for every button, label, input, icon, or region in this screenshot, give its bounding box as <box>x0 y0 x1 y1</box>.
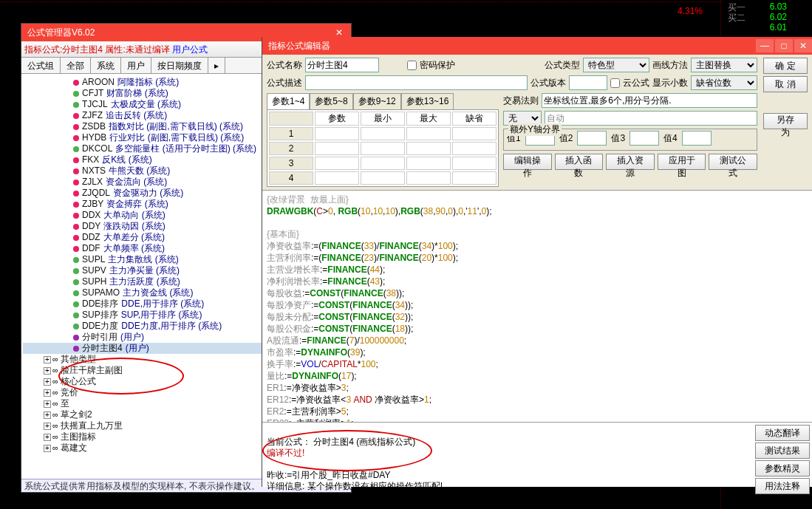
extra-y-group: 额外Y轴分界 值1 值2 值3 值4 <box>503 129 757 151</box>
formula-editor-window: 指标公式编辑器 — □ ✕ 公式名称 密码保护 公式类型 特色型 画线方法 主图… <box>262 37 812 487</box>
cloud-checkbox[interactable] <box>610 78 620 88</box>
save-as-button[interactable]: 另存为 <box>763 113 808 129</box>
side-column: 动态翻译 测试结果 参数精灵 用法注释 <box>753 423 812 496</box>
dyn-translate-button[interactable]: 动态翻译 <box>755 425 810 441</box>
test-formula-button[interactable]: 测试公式 <box>709 154 757 170</box>
pct-change: 4.31% <box>678 6 703 16</box>
edit-op-button[interactable]: 编辑操作 <box>503 154 552 170</box>
pwd-checkbox[interactable] <box>407 61 417 70</box>
tab-groups[interactable]: 公式组 <box>21 58 61 73</box>
param-tabs: 参数1~4 参数5~8 参数9~12 参数13~16 <box>267 93 499 109</box>
tab-system[interactable]: 系统 <box>91 58 121 73</box>
y-val-3[interactable] <box>630 131 659 146</box>
param-tab-3[interactable]: 参数9~12 <box>353 93 401 109</box>
y-val-4[interactable] <box>682 131 712 146</box>
tab-overflow[interactable]: ▸ <box>208 58 225 73</box>
version-input[interactable] <box>569 75 607 90</box>
ok-button[interactable]: 确 定 <box>763 58 808 74</box>
tab-user[interactable]: 用户 <box>121 58 151 73</box>
lbl-name: 公式名称 <box>267 59 302 72</box>
editor-top-panel: 公式名称 密码保护 公式类型 特色型 画线方法 主图替换 公式描述 公式版本 <box>262 55 812 191</box>
auto-input[interactable] <box>545 111 757 126</box>
formula-desc-input[interactable] <box>305 75 528 90</box>
lbl-draw: 画线方法 <box>652 59 688 72</box>
formula-type-select[interactable]: 特色型 <box>583 58 649 72</box>
param-wizard-button[interactable]: 参数精灵 <box>755 460 810 476</box>
tab-by-date[interactable]: 按日期频度 <box>151 58 208 73</box>
cancel-button[interactable]: 取 消 <box>763 76 808 92</box>
usage-note-button[interactable]: 用法注释 <box>755 478 810 494</box>
code-editor[interactable]: {改绿背景 放最上面} DRAWGBK(C>0, RGB(10,10,10),R… <box>262 191 812 423</box>
maximize-icon[interactable]: □ <box>775 39 793 52</box>
param-tab-2[interactable]: 参数5~8 <box>310 93 352 109</box>
rule-hint[interactable] <box>542 93 757 108</box>
lbl-desc: 公式描述 <box>267 77 302 89</box>
lbl-ver: 公式版本 <box>530 77 566 89</box>
lbl-pwd: 密码保护 <box>420 59 455 72</box>
price-3: 6.01 <box>770 22 787 33</box>
ed-title: 指标公式编辑器 <box>268 40 330 52</box>
side-buttons: 确 定 取 消 另存为 <box>763 58 808 187</box>
insert-fn-button[interactable]: 插入函数 <box>555 154 604 170</box>
minimize-icon[interactable]: — <box>756 39 774 52</box>
ed-title-bar[interactable]: 指标公式编辑器 — □ ✕ <box>262 37 812 55</box>
param-tab-1[interactable]: 参数1~4 <box>267 93 310 109</box>
chk-cloud: 云公式 <box>623 77 649 89</box>
lbl-rule: 交易法则 <box>503 95 539 107</box>
price-1: 6.03 <box>770 1 787 12</box>
close-icon[interactable]: ✕ <box>794 39 812 52</box>
test-result-button[interactable]: 测试结果 <box>755 443 810 459</box>
lbl-type: 公式类型 <box>545 59 580 72</box>
price-2: 6.02 <box>770 12 787 22</box>
param-grid[interactable]: 参数最小最大缺省 1 2 3 4 <box>267 109 499 187</box>
error-output: 当前公式： 分时主图4 (画线指标公式) 编译不过! 昨收:=引用个股_昨日收盘… <box>262 423 753 474</box>
param-tab-4[interactable]: 参数13~16 <box>401 93 454 109</box>
lbl-disp: 显示小数 <box>652 77 688 89</box>
tab-all[interactable]: 全部 <box>61 58 91 73</box>
y-val-2[interactable] <box>577 131 607 146</box>
apply-chart-button[interactable]: 应用于图 <box>658 154 706 170</box>
formula-name-input[interactable] <box>305 58 379 72</box>
draw-method-select[interactable]: 主图替换 <box>691 58 757 72</box>
ask-label-2: 买二 <box>728 12 746 24</box>
button-strip: 编辑操作 插入函数 插入资源 应用于图 测试公式 <box>503 154 757 170</box>
insert-res-button[interactable]: 插入资源 <box>606 154 655 170</box>
mgr-title: 公式管理器V6.02 <box>27 27 95 39</box>
decimal-select[interactable]: 缺省位数 <box>691 75 757 90</box>
